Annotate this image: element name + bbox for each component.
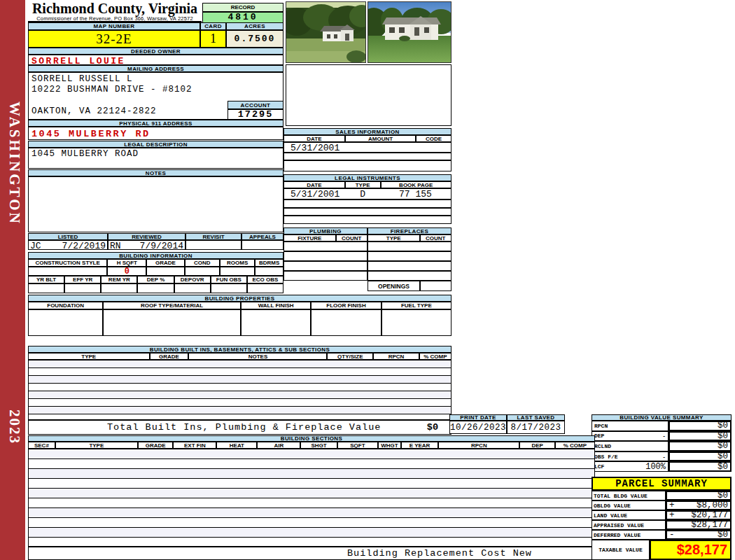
built-ins-grade-label: GRADE (150, 353, 189, 360)
appeals-label: APPEALS (241, 233, 284, 240)
map-number-value: 32-2E (28, 30, 200, 48)
bvs-rpcn-label: RPCN (594, 423, 608, 429)
deeded-owner-value: SORRELL LOUIE (28, 55, 284, 65)
bvs-row-obs: OBS F/E- $0 (592, 451, 732, 462)
building-info-headers-1: CONSTRUCTION STYLE H SQFT GRADE COND ROO… (28, 259, 284, 267)
plumbing-row-2 (284, 251, 451, 261)
ps-row-obldg: OBLDG VALUE +$8,000 (592, 500, 732, 510)
card-value: 1 (200, 30, 226, 48)
fuel-type-value (382, 309, 451, 336)
last-saved-label: LAST SAVED (507, 414, 565, 421)
ps-deferred-op: - (669, 530, 675, 540)
property-photo-left (286, 1, 366, 63)
hsqft-value: 0 (107, 267, 146, 276)
built-ins-total-row: Total Built Ins, Plumbing & Fireplace Va… (28, 420, 451, 435)
bvs-row-rpcn: RPCN $0 (592, 421, 732, 431)
deeded-owner-label: DEEDED OWNER (28, 48, 284, 55)
plumbing-row-4 (284, 271, 451, 281)
taxable-value-label: TAXABLE VALUE (592, 540, 650, 560)
built-ins-total-value: $0 (427, 422, 438, 433)
floor-finish-label: FLOOR FINISH (311, 302, 381, 309)
photo-right-image (368, 2, 451, 62)
foundation-value (28, 309, 103, 336)
built-ins-rpcn-label: RPCN (373, 353, 419, 360)
bvs-rpcn-value: $0 (718, 421, 728, 430)
building-properties-title: BUILDING PROPERTIES (28, 295, 451, 302)
building-sections-footer: Building Replacement Cost New (28, 547, 595, 560)
sales-row-2 (284, 153, 451, 160)
bs-shgt-label: SHGT (300, 442, 337, 449)
legal-instruments-title: LEGAL INSTRUMENTS (284, 174, 451, 181)
construction-style-value (28, 267, 107, 276)
construction-style-label: CONSTRUCTION STYLE (28, 259, 107, 267)
sales-row-3 (284, 160, 451, 172)
bvs-row-rclnd: RCLND $0 (592, 441, 732, 451)
built-ins-type-label: TYPE (28, 353, 150, 360)
card-label: CARD (200, 22, 226, 30)
acres-label: ACRES (226, 22, 284, 30)
bvs-lcf-value: $0 (718, 462, 728, 472)
bvs-dep-op: - (662, 433, 666, 439)
ps-obldg-label: OBLDG VALUE (592, 500, 666, 510)
plumbing-count-label: COUNT (336, 234, 368, 241)
ps-deferred-value: $0 (718, 530, 728, 540)
yr-blt-label: YR BLT (28, 276, 64, 284)
building-sections-empty-rows (28, 449, 595, 547)
legal-instruments-row-4 (284, 216, 451, 224)
account-label: ACCOUNT (227, 101, 284, 109)
record-label: RECORD (202, 3, 284, 12)
cond-value (185, 267, 220, 276)
bs-heat-label: HEAT (216, 442, 257, 449)
mailing-address-label: MAILING ADDRESS (28, 65, 284, 72)
dep-pct-label: DEP % (137, 276, 174, 284)
ps-obldg-op: + (669, 500, 675, 510)
sidebar-spine: WASHINGTON 2023 (0, 0, 25, 560)
building-information-title: BUILDING INFORMATION (28, 252, 284, 259)
revisit-value (186, 240, 241, 250)
bvs-obs-op: - (662, 454, 666, 460)
bs-dep-label: DEP (519, 442, 554, 449)
reviewed-by: RN (110, 241, 121, 249)
print-date-label: PRINT DATE (449, 414, 507, 421)
bvs-obs-label: OBS F/E (594, 454, 618, 460)
ps-row-deferred: DEFERRED VALUE -$0 (592, 530, 732, 540)
bs-sqft-label: SQFT (337, 442, 378, 449)
bvs-rclnd-label: RCLND (594, 443, 611, 449)
building-info-values-1: 0 (28, 267, 284, 276)
legal-instruments-row-3 (284, 208, 451, 216)
bvs-row-dep: DEP- $0 (592, 431, 732, 442)
photo-left-image (286, 2, 365, 62)
floor-finish-value (311, 309, 381, 336)
parcel-summary-table: TOTAL BLDG VALUE $0 OBLDG VALUE +$8,000 … (592, 491, 732, 540)
reviewed-label: REVIEWED (108, 233, 186, 240)
bs-type-label: TYPE (55, 442, 138, 449)
grade-label: GRADE (146, 259, 184, 267)
eco-obs-label: ECO OBS (247, 276, 284, 284)
li-bookpage-value: 77 155 (380, 189, 451, 200)
bs-eyear-label: E YEAR (401, 442, 438, 449)
bvs-dep-label: DEP (594, 433, 604, 439)
fuel-type-label: FUEL TYPE (382, 302, 451, 309)
fun-obs-label: FUN OBS (211, 276, 247, 284)
sales-code-label: CODE (416, 135, 451, 142)
plumbing-row-1 (284, 241, 451, 251)
openings-label: OPENINGS (368, 281, 420, 291)
physical-address-value: 1045 MULBERRY RD (28, 127, 284, 140)
map-number-label: MAP NUMBER (28, 22, 200, 30)
bvs-dep-value: $0 (718, 431, 728, 441)
print-date-value: 10/26/2023 (449, 421, 507, 434)
bs-comp-label: % COMP (555, 442, 595, 449)
sales-date-label: DATE (284, 135, 345, 142)
bs-sec-label: SEC# (28, 442, 55, 449)
built-ins-qty-label: QTY/SIZE (327, 353, 373, 360)
built-ins-empty-rows (28, 360, 451, 420)
legal-description-label: LEGAL DESCRIPTION (28, 141, 284, 148)
cond-label: COND (185, 259, 220, 267)
notes-label: NOTES (28, 169, 284, 176)
li-date-label: DATE (284, 181, 345, 188)
plumbing-fireplaces-headers: FIXTURE COUNT TYPE COUNT (284, 234, 451, 241)
built-ins-title: BUILDING BUILT INS, BASEMENTS, ATTICS & … (28, 346, 451, 353)
reviewed-value: RN 7/9/2014 (108, 240, 186, 250)
legal-description-value: 1045 MULBERRY ROAD (29, 148, 283, 159)
built-ins-comp-label: % COMP (419, 353, 451, 360)
